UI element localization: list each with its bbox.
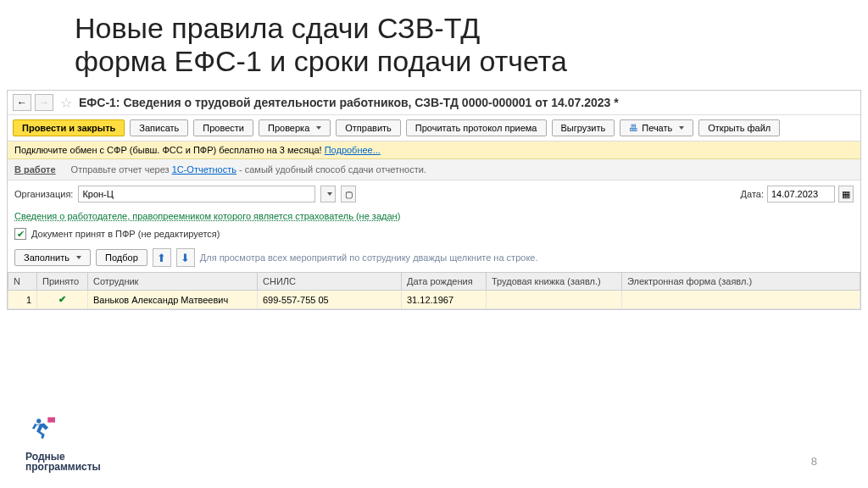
cell-birth: 31.12.1967 bbox=[402, 291, 487, 309]
col-snils[interactable]: СНИЛС bbox=[258, 273, 402, 291]
export-button[interactable]: Выгрузить bbox=[552, 119, 615, 136]
printer-icon: 🖶 bbox=[629, 123, 638, 133]
doc-accepted-row: ✔ Документ принят в ПФР (не редактируетс… bbox=[8, 225, 860, 243]
employer-predecessor-link[interactable]: Сведения о работодателе, правопреемником… bbox=[14, 211, 400, 221]
status-hint-suffix: - самый удобный способ сдачи отчетности. bbox=[236, 164, 426, 175]
cell-snils: 699-557-755 05 bbox=[258, 291, 402, 309]
employees-table: N Принято Сотрудник СНИЛС Дата рождения … bbox=[8, 272, 860, 309]
title-bar: ← → ☆ ЕФС-1: Сведения о трудовой деятель… bbox=[8, 91, 860, 115]
promo-info-bar: Подключите обмен с СФР (бывш. ФСС и ПФР)… bbox=[8, 141, 860, 159]
table-row[interactable]: 1 ✔ Ваньков Александр Матвеевич 699-557-… bbox=[8, 291, 860, 309]
cell-accepted: ✔ bbox=[37, 291, 88, 309]
post-button[interactable]: Провести bbox=[193, 119, 253, 136]
org-open-button[interactable]: ▢ bbox=[341, 186, 356, 202]
read-protocol-button[interactable]: Прочитать протокол приема bbox=[406, 119, 547, 136]
document-title: ЕФС-1: Сведения о трудовой деятельности … bbox=[79, 96, 619, 109]
organization-input[interactable] bbox=[78, 186, 315, 202]
save-button[interactable]: Записать bbox=[130, 119, 188, 136]
slide-title-line1: Новые правила сдачи СЗВ-ТД bbox=[75, 12, 480, 44]
footer-logo: Родные программисты bbox=[25, 414, 101, 473]
app-window: ← → ☆ ЕФС-1: Сведения о трудовой деятель… bbox=[7, 90, 861, 310]
status-row: В работе Отправьте отчет через 1С-Отчетн… bbox=[8, 159, 860, 180]
slide-title-line2: форма ЕФС-1 и сроки подачи отчета bbox=[75, 45, 567, 77]
col-accepted[interactable]: Принято bbox=[37, 273, 88, 291]
logo-text: Родные программисты bbox=[25, 452, 101, 473]
print-label: Печать bbox=[642, 123, 672, 133]
print-button[interactable]: 🖶 Печать bbox=[620, 119, 693, 136]
doc-accepted-checkbox[interactable]: ✔ bbox=[14, 228, 26, 240]
date-input[interactable] bbox=[767, 186, 835, 202]
check-button[interactable]: Проверка bbox=[259, 119, 331, 136]
post-and-close-button[interactable]: Провести и закрыть bbox=[13, 119, 125, 136]
cell-eform bbox=[622, 291, 860, 309]
one-c-reporting-link[interactable]: 1С-Отчетность bbox=[172, 164, 236, 175]
move-down-button[interactable]: ⬇ bbox=[176, 248, 195, 267]
page-number: 8 bbox=[811, 455, 817, 468]
main-toolbar: Провести и закрыть Записать Провести Про… bbox=[8, 115, 860, 141]
promo-text: Подключите обмен с СФР (бывш. ФСС и ПФР)… bbox=[14, 145, 325, 155]
org-label: Организация: bbox=[14, 189, 73, 199]
org-date-row: Организация: ▢ Дата: ▦ bbox=[8, 180, 860, 208]
pick-button[interactable]: Подбор bbox=[96, 249, 147, 266]
favorite-star-icon[interactable]: ☆ bbox=[60, 95, 72, 111]
open-file-button[interactable]: Открыть файл bbox=[698, 119, 780, 136]
move-up-button[interactable]: ⬆ bbox=[153, 248, 171, 267]
employer-link-row: Сведения о работодателе, правопреемником… bbox=[8, 208, 860, 225]
col-eform[interactable]: Электронная форма (заявл.) bbox=[622, 273, 860, 291]
doc-accepted-label: Документ принят в ПФР (не редактируется) bbox=[31, 229, 220, 239]
logo-line2: программисты bbox=[25, 461, 101, 473]
cell-employee: Ваньков Александр Матвеевич bbox=[88, 291, 258, 309]
nav-forward-button[interactable]: → bbox=[35, 94, 53, 111]
col-workbook[interactable]: Трудовая книжка (заявл.) bbox=[487, 273, 622, 291]
calendar-icon[interactable]: ▦ bbox=[838, 186, 854, 202]
status-hint: Отправьте отчет через 1С-Отчетность - са… bbox=[71, 164, 426, 175]
cell-n: 1 bbox=[8, 291, 37, 309]
status-in-work-link[interactable]: В работе bbox=[14, 164, 56, 175]
cell-workbook bbox=[487, 291, 622, 309]
promo-more-link[interactable]: Подробнее... bbox=[325, 145, 381, 155]
date-label: Дата: bbox=[741, 189, 764, 199]
table-header-row: N Принято Сотрудник СНИЛС Дата рождения … bbox=[8, 273, 860, 291]
col-birth[interactable]: Дата рождения bbox=[402, 273, 487, 291]
table-actions-row: Заполнить Подбор ⬆ ⬇ Для просмотра всех … bbox=[8, 243, 860, 272]
send-button[interactable]: Отправить bbox=[336, 119, 401, 136]
svg-rect-0 bbox=[47, 417, 55, 422]
fill-button[interactable]: Заполнить bbox=[14, 249, 91, 266]
runner-icon bbox=[25, 414, 61, 450]
col-n[interactable]: N bbox=[8, 273, 37, 291]
nav-back-button[interactable]: ← bbox=[13, 94, 31, 111]
org-dropdown-button[interactable] bbox=[320, 186, 336, 202]
row-hint: Для просмотра всех мероприятий по сотруд… bbox=[200, 252, 538, 263]
date-group: Дата: ▦ bbox=[741, 186, 854, 202]
check-icon: ✔ bbox=[58, 294, 66, 304]
status-hint-prefix: Отправьте отчет через bbox=[71, 164, 172, 175]
slide-title: Новые правила сдачи СЗВ-ТД форма ЕФС-1 и… bbox=[75, 12, 868, 78]
col-employee[interactable]: Сотрудник bbox=[88, 273, 258, 291]
